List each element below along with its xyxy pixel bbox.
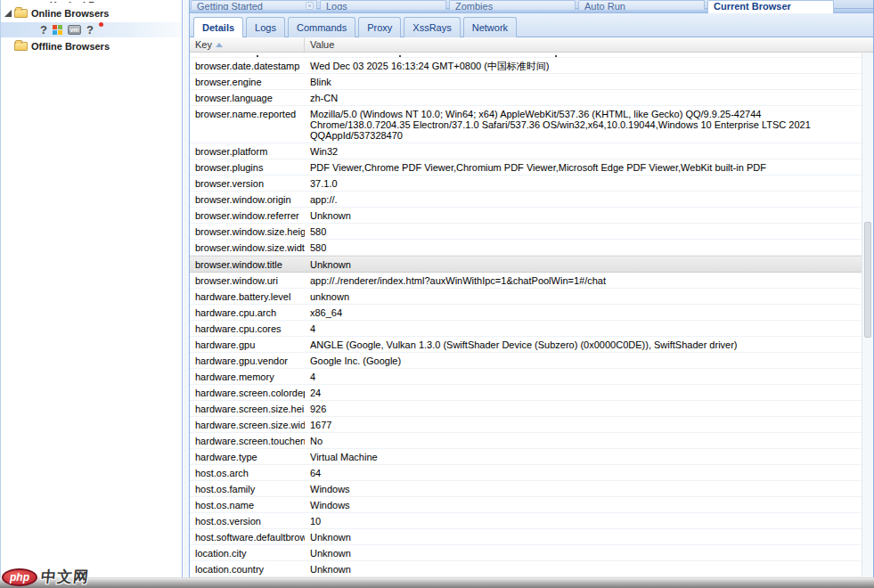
- column-header-key[interactable]: Key: [190, 37, 305, 52]
- grid-row[interactable]: host.os.arch 64: [190, 465, 862, 481]
- grid-row[interactable]: hardware.cpu.arch x86_64: [190, 305, 862, 321]
- row-key: host.os.family: [190, 481, 305, 496]
- grid-row[interactable]: location.city Unknown: [190, 545, 862, 561]
- row-key: browser.platform: [190, 143, 305, 159]
- grid-row[interactable]: browser.language zh-CN: [190, 90, 862, 106]
- php-logo-badge: php: [2, 568, 37, 586]
- row-key: location.country: [190, 561, 305, 576]
- grid-row[interactable]: location.country Unknown: [190, 561, 862, 577]
- row-value: 1677: [305, 417, 862, 432]
- detail-tab[interactable]: Commands: [288, 17, 355, 37]
- column-header-value[interactable]: Value: [305, 39, 873, 50]
- detail-tab[interactable]: Proxy: [358, 17, 401, 37]
- row-key: browser.language: [190, 90, 305, 105]
- row-key: browser.window.referrer: [190, 208, 305, 223]
- detail-tab[interactable]: Details: [193, 17, 243, 37]
- grid-row[interactable]: hardware.battery.level unknown: [190, 289, 862, 305]
- details-grid: browser.date.datestamp Wed Dec 03 2025 1…: [190, 53, 873, 578]
- grid-row[interactable]: hardware.screen.size.width 1677: [190, 417, 862, 433]
- tree-expand-icon[interactable]: [4, 10, 12, 17]
- grid-row[interactable]: hardware.cpu.cores 4: [190, 321, 862, 337]
- grid-row[interactable]: browser.window.uri app://./renderer/inde…: [190, 273, 862, 289]
- detail-tab-label: Logs: [255, 22, 276, 33]
- row-key: browser.window.size.width: [190, 240, 305, 255]
- row-value: PDF Viewer,Chrome PDF Viewer,Chromium PD…: [305, 159, 862, 175]
- grid-row[interactable]: hardware.screen.touchen... No: [190, 433, 862, 449]
- row-value: ANGLE (Google, Vulkan 1.3.0 (SwiftShader…: [305, 337, 862, 352]
- tree-node-hooked-browser[interactable]: ? vm ?: [1, 22, 182, 37]
- grid-row[interactable]: browser.window.title Unknown: [190, 256, 862, 273]
- hooked-browsers-panel: Hooked Browsers Online Browsers ? vm ?: [0, 0, 183, 577]
- grid-header: Key Value: [190, 37, 873, 53]
- grid-row[interactable]: hardware.memory 4: [190, 369, 862, 385]
- row-key: browser.version: [190, 176, 305, 191]
- grid-row[interactable]: browser.window.origin app://.: [190, 192, 862, 208]
- tab-close-icon[interactable]: ×: [306, 2, 314, 10]
- row-value: Unknown: [305, 561, 862, 576]
- row-value: app://./renderer/index.html?auxWinWithIp…: [305, 273, 862, 288]
- row-value: 926: [305, 401, 862, 416]
- main-tab[interactable]: Current Browser ×: [707, 0, 834, 13]
- column-header-key-label: Key: [195, 39, 212, 50]
- row-key: browser.window.uri: [190, 273, 305, 288]
- grid-row[interactable]: hardware.gpu ANGLE (Google, Vulkan 1.3.0…: [190, 337, 862, 353]
- row-value: Virtual Machine: [305, 449, 862, 464]
- grid-row[interactable]: hardware.gpu.vendor Google Inc. (Google): [190, 353, 862, 369]
- tree-node-online-browsers[interactable]: Online Browsers: [1, 6, 182, 20]
- detail-tab[interactable]: XssRays: [404, 17, 460, 37]
- grid-row[interactable]: browser.date.datestamp Wed Dec 03 2025 1…: [190, 58, 862, 74]
- tree-node-offline-browsers[interactable]: Offline Browsers: [1, 39, 182, 53]
- grid-row[interactable]: browser.engine Blink: [190, 74, 862, 90]
- grid-row[interactable]: host.os.version 10: [190, 513, 862, 529]
- row-key: host.software.defaultbrow...: [190, 529, 305, 544]
- grid-row[interactable]: hardware.type Virtual Machine: [190, 449, 862, 465]
- row-key: hardware.type: [190, 449, 305, 464]
- row-value: zh-CN: [305, 90, 862, 105]
- browser-detail-tab-bar: Details Logs Commands Proxy XssRays: [190, 13, 873, 37]
- grid-row[interactable]: browser.version 37.1.0: [190, 176, 862, 192]
- grid-row[interactable]: host.software.defaultbrow... Unknown: [190, 529, 862, 545]
- detail-tab[interactable]: Network: [463, 17, 517, 37]
- grid-row[interactable]: host.os.family Windows: [190, 481, 862, 497]
- scrollbar-thumb[interactable]: [864, 222, 871, 338]
- grid-row[interactable]: browser.window.referrer Unknown: [190, 208, 862, 224]
- hooked-browsers-header-label: Hooked Browsers: [50, 0, 134, 3]
- row-value: Unknown: [305, 529, 862, 544]
- row-value: 37.1.0: [305, 176, 862, 191]
- row-key: hardware.memory: [190, 369, 305, 384]
- main-tab[interactable]: Logs ×: [320, 0, 446, 10]
- grid-row[interactable]: hardware.screen.size.hei... 926: [190, 401, 862, 417]
- main-tab[interactable]: Auto Run ×: [578, 0, 705, 10]
- row-key: hardware.screen.colordepth: [190, 385, 305, 400]
- detail-tab-label: Network: [472, 22, 508, 33]
- detail-tab[interactable]: Logs: [246, 17, 285, 37]
- folder-icon: [14, 9, 28, 18]
- grid-row[interactable]: browser.plugins PDF Viewer,Chrome PDF Vi…: [190, 159, 862, 176]
- main-panel: Getting Started × Logs × Zombies × Auto …: [189, 0, 874, 577]
- row-value: 4: [305, 369, 862, 384]
- row-value: Unknown: [305, 257, 862, 272]
- main-tab[interactable]: Zombies ×: [449, 0, 576, 10]
- row-key: hardware.screen.size.hei...: [190, 401, 305, 416]
- grid-row[interactable]: browser.platform Win32: [190, 143, 862, 159]
- windows-icon: [53, 25, 62, 35]
- sort-asc-icon: [216, 43, 223, 47]
- row-key: host.os.arch: [190, 465, 305, 480]
- row-value: unknown: [305, 289, 862, 304]
- question-icon: ?: [40, 24, 47, 36]
- grid-row[interactable]: hardware.screen.colordepth 24: [190, 385, 862, 401]
- row-key: browser.name.reported: [190, 106, 305, 143]
- main-tab[interactable]: Getting Started ×: [191, 0, 317, 10]
- grid-row[interactable]: host.os.name Windows: [190, 497, 862, 513]
- row-key: browser.window.title: [190, 257, 305, 272]
- main-tab-bar: Getting Started × Logs × Zombies × Auto …: [190, 0, 873, 13]
- row-key: browser.plugins: [190, 159, 305, 175]
- vertical-scrollbar[interactable]: [862, 53, 873, 578]
- row-value: Google Inc. (Google): [305, 353, 862, 368]
- grid-row[interactable]: browser.window.size.height 580: [190, 224, 862, 240]
- row-key: browser.window.size.height: [190, 224, 305, 239]
- grid-row[interactable]: browser.name.reported Mozilla/5.0 (Windo…: [190, 106, 862, 143]
- row-value: Unknown: [305, 545, 862, 560]
- grid-row[interactable]: browser.window.size.width 580: [190, 240, 862, 256]
- php-cn-logo: php 中文网: [2, 567, 89, 587]
